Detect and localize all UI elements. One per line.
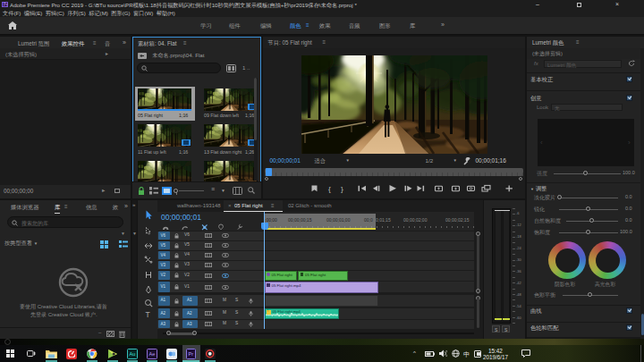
svg-text:{: {	[328, 185, 331, 192]
svg-text:}: }	[341, 185, 343, 192]
svg-text:T: T	[145, 310, 149, 318]
